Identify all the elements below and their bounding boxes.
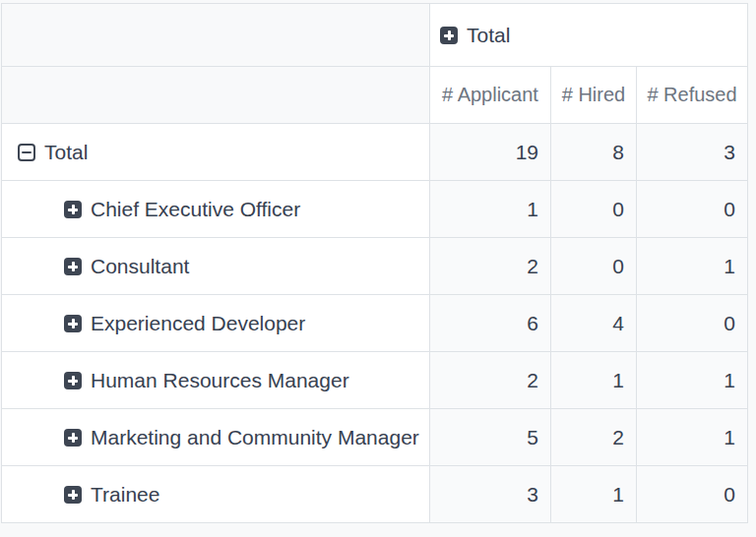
pivot-value-cell[interactable]: 5 [430, 409, 551, 466]
row-label-text: Experienced Developer [91, 312, 305, 335]
pivot-value-cell[interactable]: 3 [637, 124, 748, 181]
measure-header-hired[interactable]: # Hired [551, 67, 637, 124]
pivot-value-cell[interactable]: 0 [637, 466, 748, 523]
pivot-value-cell[interactable]: 2 [551, 409, 637, 466]
pivot-row-total: Total1983 [2, 124, 748, 181]
pivot-value-cell[interactable]: 1 [637, 352, 748, 409]
row-header-human-resources-manager[interactable]: Human Resources Manager [2, 352, 430, 409]
pivot-value-cell[interactable]: 0 [637, 295, 748, 352]
pivot-value-cell[interactable]: 1 [551, 352, 637, 409]
plus-square-icon [64, 315, 82, 332]
plus-square-icon [64, 372, 82, 389]
row-label-text: Consultant [91, 255, 189, 278]
column-group-total[interactable]: Total [430, 4, 748, 67]
pivot-value-cell[interactable]: 0 [637, 181, 748, 238]
plus-square-icon [64, 486, 82, 504]
row-label-text: Total [44, 141, 88, 164]
row-header-marketing-and-community-manager[interactable]: Marketing and Community Manager [2, 409, 430, 466]
measure-header-row: # Applicant # Hired # Refused [2, 67, 748, 124]
pivot-row-human-resources-manager: Human Resources Manager211 [2, 352, 748, 409]
column-group-content: Total [440, 24, 510, 47]
pivot-value-cell[interactable]: 2 [430, 238, 551, 295]
row-label-text: Human Resources Manager [91, 369, 349, 392]
pivot-value-cell[interactable]: 3 [430, 466, 551, 523]
row-header-content: Experienced Developer [64, 312, 305, 335]
pivot-value-cell[interactable]: 8 [551, 124, 637, 181]
row-header-content: Chief Executive Officer [64, 198, 300, 221]
minus-square-icon [18, 144, 35, 161]
pivot-value-cell[interactable]: 1 [637, 409, 748, 466]
plus-square-icon [64, 258, 82, 275]
plus-square-icon [440, 27, 458, 44]
row-header-consultant[interactable]: Consultant [2, 238, 430, 295]
pivot-value-cell[interactable]: 0 [551, 238, 637, 295]
row-header-content: Trainee [64, 483, 159, 507]
pivot-view: Total # Applicant # Hired # Refused Tota… [0, 0, 756, 537]
row-header-total[interactable]: Total [2, 124, 430, 181]
row-header-trainee[interactable]: Trainee [2, 466, 430, 523]
row-header-content: Consultant [64, 255, 189, 278]
pivot-row-chief-executive-officer: Chief Executive Officer100 [2, 181, 748, 238]
measure-header-applicant[interactable]: # Applicant [430, 67, 551, 124]
pivot-value-cell[interactable]: 1 [637, 238, 748, 295]
pivot-row-trainee: Trainee310 [2, 466, 748, 523]
corner-cell [2, 67, 430, 124]
pivot-value-cell[interactable]: 0 [551, 181, 637, 238]
row-label-text: Chief Executive Officer [91, 198, 300, 221]
plus-square-icon [64, 429, 82, 447]
pivot-row-marketing-and-community-manager: Marketing and Community Manager521 [2, 409, 748, 466]
row-header-chief-executive-officer[interactable]: Chief Executive Officer [2, 181, 430, 238]
corner-cell [2, 4, 430, 67]
pivot-table: Total # Applicant # Hired # Refused Tota… [1, 3, 748, 523]
measure-header-refused[interactable]: # Refused [637, 67, 748, 124]
pivot-value-cell[interactable]: 4 [551, 295, 637, 352]
column-group-row: Total [2, 4, 748, 67]
row-header-experienced-developer[interactable]: Experienced Developer [2, 295, 430, 352]
row-header-content: Human Resources Manager [64, 369, 349, 392]
pivot-value-cell[interactable]: 1 [551, 466, 637, 523]
pivot-row-experienced-developer: Experienced Developer640 [2, 295, 748, 352]
pivot-value-cell[interactable]: 1 [430, 181, 551, 238]
column-group-label: Total [467, 24, 510, 47]
pivot-value-cell[interactable]: 19 [430, 124, 551, 181]
plus-square-icon [64, 201, 82, 218]
pivot-value-cell[interactable]: 2 [430, 352, 551, 409]
pivot-value-cell[interactable]: 6 [430, 295, 551, 352]
row-label-text: Marketing and Community Manager [91, 426, 419, 449]
row-header-content: Marketing and Community Manager [64, 426, 419, 449]
pivot-row-consultant: Consultant201 [2, 238, 748, 295]
row-label-text: Trainee [91, 483, 159, 507]
row-header-content: Total [18, 141, 88, 164]
